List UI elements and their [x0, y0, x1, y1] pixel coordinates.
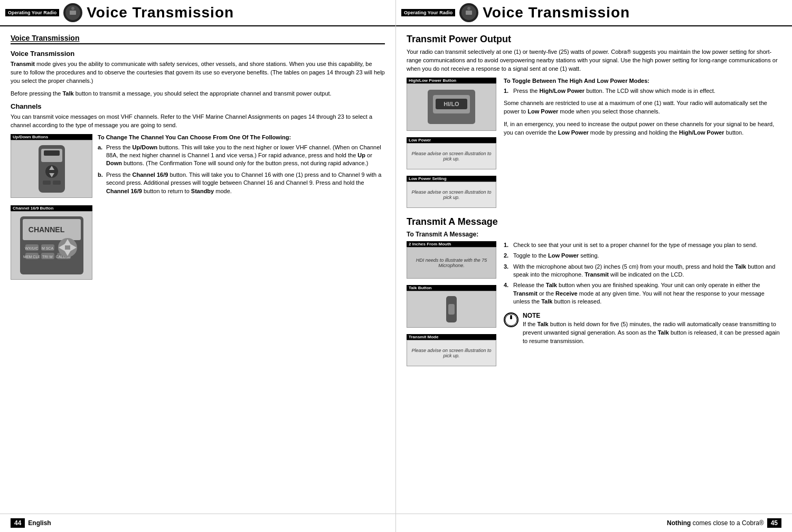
left-header-tag: Operating Your Radio	[5, 9, 59, 16]
channels-heading: Channels	[11, 102, 385, 110]
note-text: NOTE If the Talk button is held down for…	[523, 311, 781, 346]
updown-image-container: Up/Down Buttons	[11, 134, 92, 198]
transmitmode-image-container: Transmit Mode Please advise on screen il…	[407, 334, 496, 366]
right-header: Operating Your Radio Voice Transmission	[396, 0, 792, 26]
updown-image	[11, 140, 92, 198]
svg-rect-2	[70, 11, 76, 15]
power-step-1-num: 1.	[504, 87, 508, 95]
transmit-step-1-num: 1.	[504, 241, 508, 249]
li-label-a: a.	[98, 144, 102, 151]
transmit-step-2: 2. Toggle to the Low Power setting.	[504, 252, 781, 260]
voice-tx-para1: Transmit mode gives you the ability to c…	[11, 60, 385, 86]
channel-instructions-text: To Change The Channel You Can Choose Fro…	[98, 134, 385, 283]
svg-rect-10	[43, 180, 51, 185]
transmit-steps: 1. Check to see that your unit is set to…	[504, 241, 781, 306]
power-instructions: To Toggle Between The High And Low Power…	[504, 78, 781, 211]
transmit-step-4: 4. Release the Talk button when you are …	[504, 281, 781, 306]
channel-instruction-b: b. Press the Channel 16/9 button. This w…	[98, 171, 385, 195]
right-header-tag: Operating Your Radio	[401, 9, 455, 16]
power-images: High/Low Power Button HI/LO Low	[407, 78, 496, 211]
channel-images: Up/Down Buttons	[11, 134, 92, 283]
note-heading: NOTE	[523, 311, 781, 320]
lowpower-label: Low Power	[407, 137, 496, 143]
svg-rect-6	[44, 150, 60, 156]
footer-right: Nothing comes close to a Cobra® 45	[396, 514, 792, 532]
footer-right-pagenum: 45	[767, 518, 781, 528]
transmit-subheading: To Transmit A Message:	[407, 231, 781, 238]
svg-text:TRI W: TRI W	[42, 255, 53, 259]
lowpower-image-container: Low Power Please advise on screen illust…	[407, 137, 496, 169]
transmit-images: 2 Inches From Mouth HDI needs to illustr…	[407, 241, 496, 369]
channels-para: You can transmit voice messages on most …	[11, 113, 385, 130]
svg-point-3	[71, 7, 74, 10]
hilow-device-svg: HI/LO	[425, 87, 478, 127]
transmit-section: Transmit A Message To Transmit A Message…	[407, 216, 781, 369]
mouth-label: 2 Inches From Mouth	[407, 241, 496, 247]
channel-instruction-a: a. Press the Up/Down buttons. This will …	[98, 144, 385, 168]
svg-text:M SCA: M SCA	[41, 246, 53, 250]
power-note2: If, in an emergency, you need to increas…	[504, 120, 781, 137]
left-page: Operating Your Radio Voice Transmission …	[0, 0, 396, 514]
talkbtn-svg	[436, 293, 467, 325]
channel-instruction-list: a. Press the Up/Down buttons. This will …	[98, 144, 385, 195]
footer-right-label: Nothing comes close to a Cobra®	[667, 519, 764, 527]
channel-instruction-heading: To Change The Channel You Can Choose Fro…	[98, 134, 385, 140]
transmit-layout: 2 Inches From Mouth HDI needs to illustr…	[407, 241, 781, 369]
svg-rect-32	[466, 11, 472, 15]
svg-point-40	[504, 313, 518, 327]
updown-device-svg	[28, 142, 76, 195]
footer: 44 English Nothing comes close to a Cobr…	[0, 514, 792, 532]
transmit-step-1: 1. Check to see that your unit is set to…	[504, 241, 781, 249]
right-content: Transmit Power Output Your radio can tra…	[396, 26, 792, 380]
transmit-step-2-num: 2.	[504, 252, 508, 260]
right-page: Operating Your Radio Voice Transmission …	[396, 0, 792, 514]
transmitmode-label: Transmit Mode	[407, 334, 496, 340]
footer-left-label: English	[28, 519, 51, 527]
power-note1: Some channels are restricted to use at a…	[504, 99, 781, 116]
right-header-title: Voice Transmission	[483, 4, 630, 21]
lowpowersetting-label: Low Power Setting	[407, 176, 496, 182]
power-step-1: 1. Press the High/Low Power button. The …	[504, 87, 781, 95]
svg-point-33	[467, 7, 470, 10]
talkbtn-image-container: Talk Button	[407, 285, 496, 328]
channel-instructions-section: Up/Down Buttons	[11, 134, 385, 283]
left-header: Operating Your Radio Voice Transmission	[0, 0, 395, 26]
updown-label: Up/Down Buttons	[11, 134, 92, 140]
channel169-image: CHANNEL WX/U/C M SCA MEM CLE TRI W	[11, 211, 92, 280]
svg-rect-11	[53, 180, 61, 185]
channel169-label: Channel 16/9 Button	[11, 205, 92, 211]
transmit-heading: Transmit A Message	[407, 216, 781, 227]
svg-text:HI/LO: HI/LO	[444, 101, 459, 107]
svg-rect-39	[448, 304, 455, 315]
radio-icon-right	[458, 2, 479, 23]
note-icon	[504, 312, 518, 327]
footer-left: 44 English	[0, 514, 396, 532]
power-output-body: Your radio can transmit selectively at o…	[407, 48, 781, 73]
mouth-image-container: 2 Inches From Mouth HDI needs to illustr…	[407, 241, 496, 279]
channel169-device-svg: CHANNEL WX/U/C M SCA MEM CLE TRI W	[17, 214, 86, 277]
li-label-b: b.	[98, 171, 103, 179]
transmit-step-3: 3. With the microphone about two (2) inc…	[504, 263, 781, 279]
transmitmode-caption: Please advise on screen illustration to …	[407, 340, 496, 366]
footer-right-nothing: Nothing	[667, 519, 691, 527]
mouth-caption: HDI needs to illustrate with the 75 Micr…	[407, 247, 496, 279]
svg-text:WX/U/C: WX/U/C	[25, 246, 38, 250]
svg-point-43	[510, 315, 512, 317]
power-output-heading: Transmit Power Output	[407, 34, 781, 45]
note-box: NOTE If the Talk button is held down for…	[504, 311, 781, 346]
hilow-image-container: High/Low Power Button HI/LO	[407, 78, 496, 131]
hilow-label: High/Low Power Button	[407, 78, 496, 83]
left-content: Voice Transmission Voice Transmission Tr…	[0, 26, 395, 298]
hilow-image: HI/LO	[407, 83, 496, 131]
channel169-image-container: Channel 16/9 Button CHANNEL WX/U/C M SCA	[11, 205, 92, 280]
transmit-step-3-num: 3.	[504, 263, 508, 271]
left-header-title: Voice Transmission	[87, 4, 234, 21]
svg-text:MEM CLE: MEM CLE	[23, 255, 40, 259]
lowpower-caption: Please advise on screen illustration to …	[407, 143, 496, 169]
lowpowersetting-image-container: Low Power Setting Please advise on scree…	[407, 176, 496, 208]
radio-icon-left	[62, 2, 83, 23]
voice-tx-para2: Before pressing the Talk button to trans…	[11, 90, 385, 98]
toggle-heading: To Toggle Between The High And Low Power…	[504, 78, 781, 84]
talkbtn-image	[407, 291, 496, 328]
svg-text:CHANNEL: CHANNEL	[28, 225, 64, 234]
